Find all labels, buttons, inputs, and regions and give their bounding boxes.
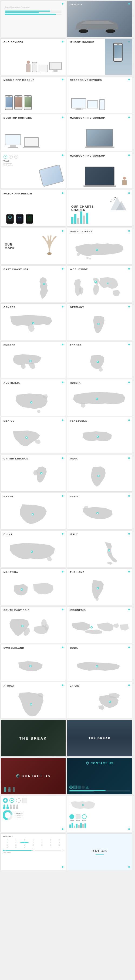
slide-20-dot <box>128 344 130 345</box>
macbook-pro-2 <box>70 167 129 187</box>
southeastasia-map <box>2 616 64 641</box>
slide-24-dot <box>128 419 130 421</box>
slide-16-dot <box>128 268 130 270</box>
slide-13: OUR MAPS <box>0 228 66 264</box>
slide-30-dot <box>128 533 130 535</box>
slide-12-dot <box>128 192 130 194</box>
slide-row-13: United Kingdom India <box>0 454 135 492</box>
slide-12-deco <box>106 194 128 217</box>
slide-36-dot <box>128 647 130 648</box>
svg-point-29 <box>41 473 42 474</box>
slide-36-title: Cuba <box>70 647 78 649</box>
svg-point-23 <box>96 398 97 399</box>
slide-13-deco <box>37 231 62 259</box>
slide-19-title: Europe <box>3 344 15 347</box>
slide-39-title: THE BREAK <box>19 737 47 740</box>
slide-14-dot <box>128 230 130 232</box>
slide-43: ● Category A ● Category B ● Category C <box>0 795 66 832</box>
slide-26-dot <box>128 457 130 459</box>
mobile-3 <box>24 95 32 110</box>
slide-35: Switzerland <box>0 644 66 681</box>
slide-19: Europe <box>0 341 66 378</box>
slide-30-title: Italy <box>70 533 78 536</box>
slide-28-title: Spain <box>70 495 79 498</box>
slide-46-divider <box>95 854 104 855</box>
china-map <box>2 540 64 566</box>
svg-point-65 <box>87 763 88 764</box>
slide-7-dot <box>62 116 64 118</box>
slide-18: Germany <box>67 304 132 340</box>
us-map <box>68 238 131 262</box>
slide-15: East Coast USA <box>0 266 66 302</box>
tablet-hand <box>37 165 64 187</box>
slide-26-title: India <box>70 457 78 460</box>
svg-point-35 <box>97 513 98 514</box>
slide-2: LIFESTYLE <box>67 0 132 37</box>
slide-38-title: Japan <box>70 684 79 687</box>
slide-5-dot <box>62 79 64 80</box>
slide-16: Worldwide <box>67 266 132 302</box>
slide-row-3: MOBILE APP MOCKUP RESPONSIVE DEVICES <box>0 76 135 114</box>
slide-5-title: MOBILE APP MOCKUP <box>3 79 35 81</box>
svg-point-19 <box>97 361 98 362</box>
cuba-map <box>68 654 131 679</box>
slide-3-dot <box>62 41 64 43</box>
slide-3-title: OUR DEVICES <box>3 41 23 43</box>
slide-16-title: Worldwide <box>70 268 88 271</box>
svg-point-2 <box>47 252 52 255</box>
mexico-map <box>2 426 64 452</box>
slide-42-title: CONTACT US <box>91 762 114 765</box>
slide-9-icons: ✦ ⊕ ⊞ Tablet App Features Hand - Mockup <box>3 155 18 166</box>
mobile-1 <box>5 95 13 110</box>
svg-point-33 <box>32 514 33 515</box>
slide-row-21: CONTACT US <box>0 757 135 795</box>
slide-row-1: Simple Clean Modern Presentation LIFESTY… <box>0 0 135 38</box>
slide-33: South East Asia <box>0 606 66 643</box>
slide-25: United Kingdom <box>0 455 66 492</box>
slide-3: OUR DEVICES <box>0 38 66 75</box>
slide-34-title: Indonesia <box>70 609 86 611</box>
svg-rect-70 <box>6 807 9 809</box>
car-svg <box>73 18 121 33</box>
slide-32-dot <box>128 571 130 573</box>
svg-rect-74 <box>13 807 15 809</box>
slide-46: Break <box>67 834 132 870</box>
slide-29: China <box>0 531 66 567</box>
slide-46-dot <box>128 866 130 868</box>
slide-23-dot <box>62 419 64 421</box>
slide-41-title: CONTACT US <box>22 774 51 778</box>
slide-24: Venezuela <box>67 417 132 454</box>
slide-1-dot <box>62 3 64 5</box>
svg-point-69 <box>7 805 8 806</box>
slide-44: Social Email Phone <box>67 795 132 832</box>
slide-10: MACBOOK PRO MOCKUP <box>67 152 132 189</box>
slide-22-title: Russia <box>70 382 81 384</box>
slide-41-icons <box>3 787 15 792</box>
slide-row-4: DESKTOP COMPARE MACBOOK PRO MOCKUP <box>0 114 135 151</box>
slide-24-title: Venezuela <box>70 419 87 422</box>
italy-map <box>68 540 131 566</box>
slide-5: MOBILE APP MOCKUP <box>0 76 66 113</box>
slide-35-title: Switzerland <box>3 647 24 649</box>
slide-row-17: South East Asia Indonesia <box>0 606 135 644</box>
slide-row-19: Africa Japan <box>0 681 135 719</box>
slide-8-title: MACBOOK PRO MOCKUP <box>70 116 105 119</box>
slide-37: Africa <box>0 682 66 719</box>
slide-43-content: ● Category A ● Category B ● Category C <box>3 798 64 830</box>
india-map <box>68 464 131 490</box>
slide-1-bar3 <box>5 14 62 15</box>
germany-map <box>68 313 131 339</box>
slide-41: CONTACT US <box>0 758 66 794</box>
slide-row-2: OUR DEVICES iPhone Mockup <box>0 38 135 76</box>
svg-point-49 <box>91 627 92 628</box>
slide-29-title: China <box>3 533 13 536</box>
slide-40-title: The Break <box>89 737 111 740</box>
slide-40: The Break <box>67 720 132 757</box>
slide-35-dot <box>62 647 64 648</box>
svg-point-57 <box>110 701 110 702</box>
indonesia-map <box>68 616 131 641</box>
svg-point-13 <box>33 323 34 324</box>
svg-point-17 <box>30 361 31 361</box>
phone-device <box>32 62 37 72</box>
slide-28: Spain <box>67 493 132 530</box>
